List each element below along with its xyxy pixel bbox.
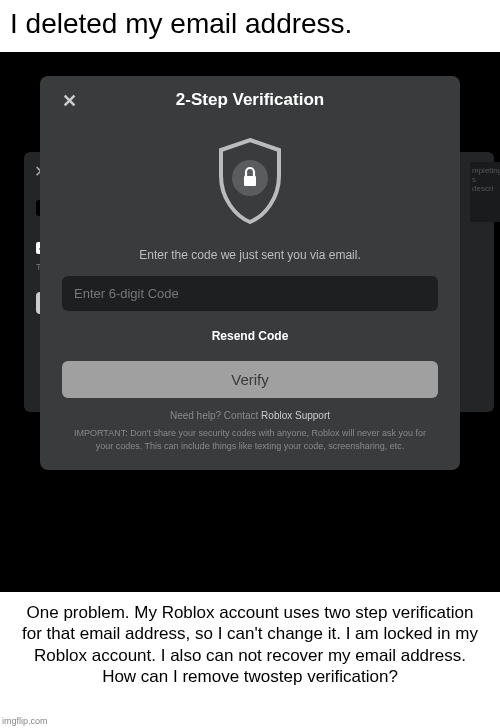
modal-title: 2-Step Verification: [176, 90, 324, 109]
verify-button[interactable]: Verify: [62, 361, 438, 398]
watermark: imgflip.com: [2, 716, 48, 726]
verification-code-input[interactable]: [62, 276, 438, 311]
help-prefix: Need help? Contact: [170, 410, 261, 421]
meme-top-text: I deleted my email address.: [0, 0, 500, 52]
instruction-text: Enter the code we just sent you via emai…: [62, 248, 438, 262]
background-right-strip: mpletings descri: [470, 162, 500, 222]
two-step-verification-modal: ✕ 2-Step Verification Enter the code we …: [40, 76, 460, 470]
security-warning-text: IMPORTANT: Don't share your security cod…: [62, 427, 438, 452]
svg-rect-1: [244, 176, 256, 186]
shield-icon-container: [62, 136, 438, 230]
resend-code-link[interactable]: Resend Code: [62, 329, 438, 343]
close-icon[interactable]: ✕: [62, 92, 77, 110]
help-line: Need help? Contact Roblox Support: [62, 410, 438, 421]
meme-bottom-text: One problem. My Roblox account uses two …: [0, 592, 500, 697]
roblox-support-link[interactable]: Roblox Support: [261, 410, 330, 421]
shield-lock-icon: [211, 136, 289, 226]
screenshot-area: ✕ ✓ The mpletings descri ✕ 2-Step Verifi…: [0, 52, 500, 592]
modal-header: ✕ 2-Step Verification: [62, 90, 438, 116]
